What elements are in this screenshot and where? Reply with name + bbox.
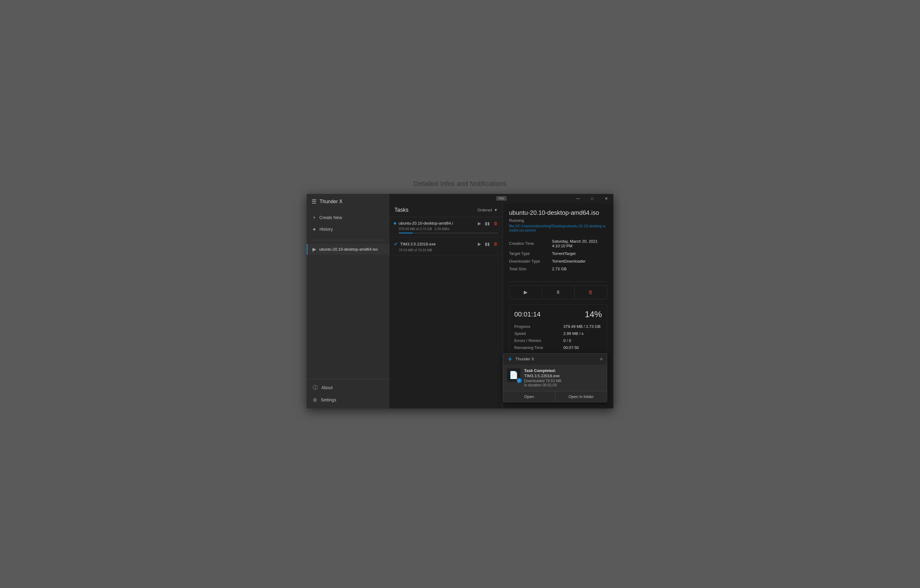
tasks-panel: Tasks Ordered ▼ ubuntu-20.10-desktop-amd… (389, 194, 503, 409)
toast-check-badge: ✓ (517, 378, 522, 383)
detail-info-row-downloader: Downloader Type TorrentDownloader (509, 257, 607, 265)
stats-timer: 00:01:14 (514, 310, 541, 318)
download-item-icon: ▶ (313, 246, 316, 252)
task-status-dot (394, 222, 396, 225)
minimize-button[interactable]: — (571, 194, 585, 203)
task-name: ubuntu-20.10-desktop-amd64.i (398, 221, 453, 226)
chevron-down-icon: ▼ (494, 208, 498, 212)
task-play-button-2[interactable]: ▶ (477, 241, 482, 246)
plus-icon: + (313, 215, 316, 220)
tasks-order-label: Ordered (477, 208, 492, 212)
tasks-order-dropdown[interactable]: Ordered ▼ (477, 208, 498, 212)
detail-info-row-target: Target Type TorrentTarget (509, 250, 607, 257)
target-type-value: TorrentTarget (552, 250, 607, 257)
total-size-value: 2.73 GB (552, 265, 607, 273)
stats-row-remaining: Remaining Time 00:07:50 (514, 344, 602, 351)
task-delete-button[interactable]: 🗑 (493, 221, 498, 226)
task-item-header: ubuntu-20.10-desktop-amd64.i ▶ ▮▮ 🗑 (394, 221, 498, 226)
detail-pause-button[interactable]: ⏸ (542, 286, 574, 299)
sidebar-nav: + Create New ● History (307, 209, 389, 237)
history-icon: ● (313, 226, 316, 232)
task-meta-2: 79.53 MB of 79.53 MB (394, 248, 498, 252)
downloader-type-label: Downloader Type (509, 257, 552, 265)
detail-filename: ubuntu-20.10-desktop-amd64.iso (509, 209, 607, 216)
detail-link[interactable]: file:///C:/Users/milesching/Desktop/ubun… (509, 224, 607, 233)
stats-speed-value: 2.99 MB / s (563, 330, 602, 337)
task-actions: ▶ ▮▮ 🗑 (477, 221, 498, 226)
sidebar-divider (312, 240, 385, 240)
maximize-button[interactable]: □ (585, 194, 599, 203)
task-speed: 2.99 MB/s (434, 227, 450, 231)
detail-play-button[interactable]: ▶ (509, 286, 542, 299)
window-titlebar: — □ ✕ (571, 194, 613, 203)
app-window: Hint — □ ✕ ☰ Thunder X + Create New ● Hi… (307, 194, 613, 409)
toast-open-folder-button[interactable]: Open in folder (555, 391, 607, 402)
hamburger-icon[interactable]: ☰ (312, 198, 316, 205)
task-pause-button-2[interactable]: ▮▮ (484, 241, 490, 246)
detail-info-table: Creation Time Saturday, March 20, 2021 4… (509, 237, 607, 273)
toast-file-icon: 📄 (509, 371, 518, 379)
page-title: Detailed Infos and Notifications (413, 180, 506, 188)
target-type-label: Target Type (509, 250, 552, 257)
task-progress-bar (398, 233, 498, 234)
sidebar-download-name: ubuntu-20.10-desktop-amd64.iso (319, 247, 378, 252)
task-play-button[interactable]: ▶ (477, 221, 482, 226)
task-complete-icon: ✔ (394, 241, 398, 247)
sidebar-download-item[interactable]: ▶ ubuntu-20.10-desktop-amd64.iso (307, 244, 389, 255)
task-name-row: ubuntu-20.10-desktop-amd64.i (394, 221, 453, 226)
thunder-x-logo (507, 356, 513, 362)
task-name-row-2: ✔ TIM3.3.5.22018.exe (394, 241, 436, 247)
stats-row-speed: Speed 2.99 MB / s (514, 330, 602, 337)
task-item-tim[interactable]: ✔ TIM3.3.5.22018.exe ▶ ▮▮ 🗑 79.53 MB of … (389, 237, 503, 256)
toast-footer: Open Open in folder (503, 391, 607, 402)
toast-subtitle: TIM3.3.5.22018.exe (524, 373, 603, 378)
sidebar: ☰ Thunder X + Create New ● History ▶ ubu… (307, 194, 389, 409)
task-item-header-2: ✔ TIM3.3.5.22018.exe ▶ ▮▮ 🗑 (394, 241, 498, 247)
task-progress-fill (398, 233, 413, 234)
stats-row-progress: Progress 379.49 MB / 2.73 GB (514, 323, 602, 330)
svg-marker-0 (508, 357, 512, 362)
task-delete-button-2[interactable]: 🗑 (493, 241, 498, 246)
about-label: About (321, 385, 333, 390)
settings-label: Settings (321, 397, 337, 402)
sidebar-item-settings[interactable]: ⚙ Settings (307, 394, 389, 406)
tasks-header: Tasks Ordered ▼ (389, 203, 503, 217)
toast-close-button[interactable]: ✕ (599, 357, 603, 362)
task-actions-2: ▶ ▮▮ 🗑 (477, 241, 498, 246)
stats-percent: 14% (585, 310, 602, 319)
stats-progress-value: 379.49 MB / 2.73 GB (563, 323, 602, 330)
detail-info-row-creation: Creation Time Saturday, March 20, 2021 4… (509, 237, 607, 250)
task-meta: 379.49 MB of 2.73 GB 2.99 MB/s (394, 227, 498, 231)
sidebar-item-about[interactable]: ⓘ About (307, 381, 389, 394)
toast-icon-wrap: 📄 ✓ (507, 368, 520, 382)
task-pause-button[interactable]: ▮▮ (484, 221, 490, 226)
toast-title: Task Completed: (524, 368, 603, 373)
create-new-label: Create New (319, 215, 342, 220)
sidebar-downloads: ▶ ubuntu-20.10-desktop-amd64.iso (307, 243, 389, 256)
toast-text: Task Completed: TIM3.3.5.22018.exe Downl… (524, 368, 603, 387)
creation-time-value: Saturday, March 20, 2021 4:10:10 PM (552, 237, 607, 250)
close-button[interactable]: ✕ (599, 194, 613, 203)
toast-downloaded: Downloaded 79.53 MB (524, 379, 603, 383)
hint-pill: Hint (496, 196, 507, 201)
sidebar-item-create-new[interactable]: + Create New (307, 212, 389, 223)
detail-controls: ▶ ⏸ 🗑 (509, 285, 607, 299)
toast-open-button[interactable]: Open (503, 391, 555, 402)
toast-app-name: Thunder X (507, 356, 534, 362)
toast-body: 📄 ✓ Task Completed: TIM3.3.5.22018.exe D… (503, 365, 607, 391)
detail-info-row-size: Total Size 2.73 GB (509, 265, 607, 273)
tasks-title: Tasks (394, 207, 408, 213)
downloader-type-value: TorrentDownloader (552, 257, 607, 265)
sidebar-item-history[interactable]: ● History (307, 223, 389, 235)
task-size-info: 379.49 MB of 2.73 GB (398, 227, 432, 231)
sidebar-footer: ⓘ About ⚙ Settings (307, 379, 389, 409)
detail-delete-button[interactable]: 🗑 (575, 286, 607, 299)
task-name-2: TIM3.3.5.22018.exe (400, 242, 436, 246)
settings-icon: ⚙ (313, 397, 317, 403)
task-item-ubuntu[interactable]: ubuntu-20.10-desktop-amd64.i ▶ ▮▮ 🗑 379.… (389, 217, 503, 237)
total-size-label: Total Size (509, 265, 552, 273)
stats-remaining-label: Remaining Time (514, 344, 563, 351)
creation-time-label: Creation Time (509, 237, 552, 250)
stats-top: 00:01:14 14% (514, 310, 602, 319)
toast-duration: In duration 00:01:03 (524, 383, 603, 387)
